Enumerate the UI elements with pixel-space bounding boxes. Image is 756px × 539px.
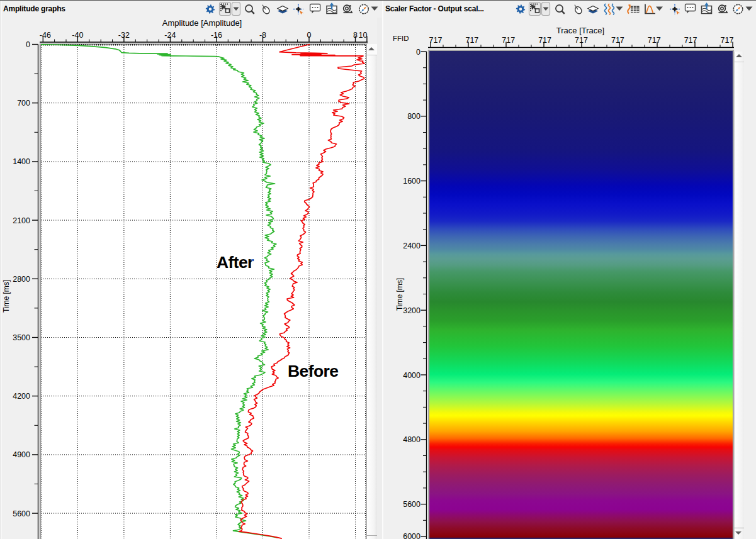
svg-text:2100: 2100: [13, 216, 30, 225]
svg-text:4000: 4000: [403, 371, 420, 380]
svg-text:5600: 5600: [13, 509, 30, 518]
svg-text:8: 8: [353, 31, 358, 40]
svg-text:4800: 4800: [403, 435, 420, 444]
svg-text:10: 10: [359, 31, 368, 40]
svg-text:717: 717: [429, 36, 443, 45]
svg-text:-16: -16: [211, 31, 222, 40]
svg-text:6000: 6000: [403, 532, 420, 539]
svg-text:1400: 1400: [13, 157, 30, 166]
svg-text:717: 717: [721, 36, 734, 45]
svg-text:4900: 4900: [13, 450, 30, 459]
svg-text:2800: 2800: [13, 275, 30, 284]
svg-text:717: 717: [538, 36, 551, 45]
svg-text:-40: -40: [72, 31, 83, 40]
svg-text:717: 717: [611, 36, 624, 45]
svg-text:2400: 2400: [403, 242, 420, 250]
svg-text:-46: -46: [40, 31, 51, 40]
svg-text:700: 700: [17, 99, 30, 108]
svg-text:800: 800: [407, 112, 420, 121]
svg-text:0: 0: [26, 40, 30, 49]
svg-text:717: 717: [648, 36, 661, 45]
svg-text:-24: -24: [164, 31, 176, 40]
svg-text:0: 0: [416, 48, 420, 57]
svg-text:3500: 3500: [13, 333, 30, 342]
svg-text:4200: 4200: [13, 392, 30, 401]
svg-text:717: 717: [465, 36, 478, 45]
svg-text:1600: 1600: [403, 177, 420, 186]
svg-text:After: After: [217, 253, 254, 272]
svg-text:717: 717: [502, 36, 515, 45]
svg-text:-8: -8: [259, 31, 266, 40]
svg-text:717: 717: [575, 36, 588, 45]
svg-text:5600: 5600: [403, 500, 420, 509]
svg-text:-32: -32: [118, 31, 130, 40]
svg-text:Before: Before: [288, 362, 338, 381]
svg-text:3200: 3200: [403, 306, 420, 315]
svg-text:717: 717: [684, 36, 697, 45]
svg-text:0: 0: [307, 31, 312, 40]
